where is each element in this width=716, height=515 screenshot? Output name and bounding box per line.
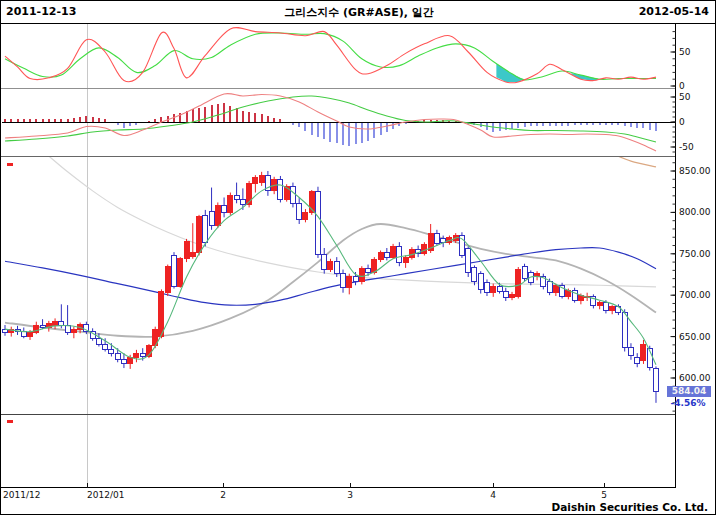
price-axis-tick-label: 750.00 (679, 249, 711, 259)
candle-down (234, 196, 239, 200)
period-end-date: 2012-05-14 (639, 5, 709, 18)
candle-up (510, 294, 515, 297)
candle-down (466, 248, 471, 273)
chart-window: 500500-50850.00800.00750.00700.00650.006… (0, 0, 716, 515)
macd-histogram-bar (273, 118, 275, 123)
candle-up (359, 269, 364, 282)
candle-down (334, 261, 339, 273)
macd-histogram-bar (236, 108, 238, 122)
stoch-axis-tick-label: 50 (679, 47, 691, 57)
x-axis-tick-label: 4 (490, 490, 496, 500)
candle-down (140, 353, 145, 356)
macd-histogram-bar (549, 122, 551, 126)
macd-histogram-bar (317, 122, 319, 137)
candle-down (572, 290, 577, 300)
x-axis-tick-label: 2011/12 (3, 490, 40, 500)
macd-histogram-bar (123, 122, 125, 128)
macd-histogram-bar (129, 122, 131, 126)
candle-up (610, 307, 615, 311)
candle-down (209, 212, 214, 226)
macd-histogram-bar (248, 112, 250, 122)
candle-up (347, 276, 352, 288)
macd-histogram-bar (204, 107, 206, 123)
stochastic-k-line (5, 28, 656, 83)
macd-histogram-bar (567, 122, 569, 126)
candle-up (190, 253, 195, 256)
macd-histogram-bar (298, 122, 300, 127)
chart-title: 그리스지수 (GR#ASE), 일간 (1, 5, 716, 20)
macd-histogram-bar (336, 122, 338, 143)
candle-up (134, 353, 139, 357)
candle-down (434, 233, 439, 243)
candle-down (59, 322, 64, 325)
macd-histogram-bar (511, 122, 513, 129)
candle-up (159, 291, 164, 337)
chart-canvas[interactable]: 500500-50850.00800.00750.00700.00650.006… (1, 1, 716, 515)
macd-histogram-bar (167, 116, 169, 122)
candle-down (353, 276, 358, 282)
x-axis-tick-label: 3 (347, 490, 353, 500)
candle-down (653, 369, 658, 391)
candle-down (297, 203, 302, 220)
macd-axis-tick-label: 50 (679, 92, 691, 102)
macd-histogram-bar (92, 117, 94, 122)
stoch-axis-tick-label: 0 (679, 81, 685, 91)
candle-down (366, 269, 371, 273)
price-axis-tick-label: 850.00 (679, 166, 711, 176)
candle-down (547, 281, 552, 293)
candle-down (384, 253, 389, 257)
macd-histogram-bar (392, 122, 394, 129)
macd-histogram-bar (380, 122, 382, 135)
macd-histogram-bar (542, 122, 544, 126)
candle-up (378, 253, 383, 260)
candle-down (622, 313, 627, 348)
candle-down (484, 283, 489, 293)
macd-histogram-bar (361, 122, 363, 143)
candle-up (215, 206, 220, 226)
macd-histogram-bar (192, 109, 194, 122)
ma-long-blue (5, 248, 656, 306)
candle-down (497, 286, 502, 291)
candle-up (391, 246, 396, 257)
macd-histogram-bar (649, 122, 651, 130)
macd-histogram-bar (267, 116, 269, 122)
macd-histogram-bar (524, 122, 526, 127)
macd-histogram-bar (655, 122, 657, 131)
candle-down (109, 349, 114, 354)
price-panel (3, 154, 659, 403)
candle-down (96, 338, 101, 344)
x-axis-tick-label: 2 (220, 490, 226, 500)
macd-histogram-bar (642, 122, 644, 128)
candle-up (641, 344, 646, 361)
last-price-badge: 584.04 (667, 386, 711, 397)
macd-histogram-bar (304, 122, 306, 131)
candle-up (71, 330, 76, 332)
macd-histogram-bar (229, 106, 231, 122)
macd-histogram-bar (79, 117, 81, 122)
macd-histogram-bar (85, 116, 87, 123)
candle-down (341, 274, 346, 288)
macd-histogram-bar (311, 122, 313, 135)
macd-histogram-bar (624, 122, 626, 126)
stochastic-panel (5, 28, 656, 83)
candle-down (603, 303, 608, 311)
panel-start-marker (7, 420, 13, 423)
macd-histogram-bar (630, 122, 632, 127)
candle-up (403, 258, 408, 263)
candle-down (240, 200, 245, 205)
price-axis-tick-label: 800.00 (679, 207, 711, 217)
candle-up (597, 303, 602, 306)
candle-down (115, 354, 120, 360)
candle-up (53, 322, 58, 325)
macd-histogram-bar (254, 113, 256, 122)
macd-axis-tick-label: 0 (679, 117, 685, 127)
x-axis-tick-label: 5 (601, 490, 607, 500)
candle-up (259, 175, 264, 182)
stochastic-d-line (5, 33, 656, 80)
candle-up (553, 285, 558, 292)
candle-up (184, 241, 189, 258)
macd-histogram-bar (329, 122, 331, 142)
price-axis-tick-label: 700.00 (679, 290, 711, 300)
price-axis-tick-label: 650.00 (679, 332, 711, 342)
candle-down (278, 179, 283, 199)
